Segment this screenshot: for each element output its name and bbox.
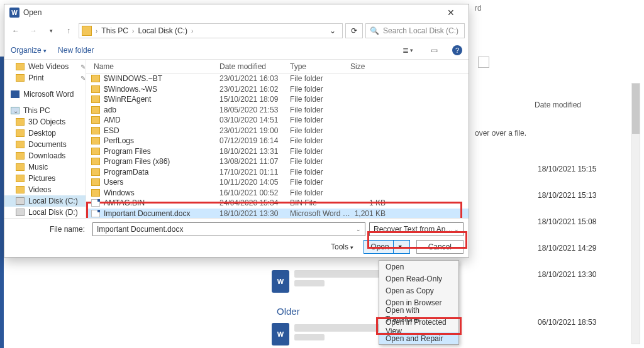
bg-redacted [294, 270, 382, 278]
file-pane: Name Date modified Type Size $WINDOWS.~B… [86, 60, 469, 218]
file-name: ProgramData [104, 168, 219, 177]
sidebar-item-thispc[interactable]: ⌄This PC [4, 105, 86, 116]
help-button[interactable]: ? [452, 45, 462, 55]
sidebar-item[interactable]: Pictures [4, 173, 86, 184]
up-button[interactable]: ↑ [61, 23, 76, 38]
folder-icon [16, 186, 25, 193]
sidebar-item-label: Local Disk (C:) [28, 197, 78, 205]
filename-value: Important Document.docx [97, 225, 183, 234]
file-date: 03/10/2020 14:51 [219, 116, 290, 124]
folder-icon [91, 158, 100, 165]
preview-pane-button[interactable]: ▭ [428, 46, 441, 55]
chevron-right-icon[interactable]: › [131, 28, 135, 35]
file-type: File folder [290, 116, 350, 124]
file-row[interactable]: $WinREAgent15/10/2021 18:09File folder [86, 94, 469, 105]
col-date[interactable]: Date modified [217, 62, 287, 71]
sidebar-item-word[interactable]: Microsoft Word [4, 89, 86, 100]
bg-dates-column: 18/10/2021 15:15 18/10/2021 15:13 18/10/… [538, 165, 596, 327]
breadcrumb[interactable]: › This PC › Local Disk (C:) › ⌄ [79, 23, 343, 38]
sidebar-item[interactable]: Music [4, 161, 86, 173]
file-row[interactable]: Important Document.docx18/10/2021 13:30M… [86, 209, 469, 219]
file-date: 24/04/2020 15:34 [219, 198, 290, 207]
bg-scrollbar[interactable] [631, 83, 640, 344]
file-row[interactable]: PerfLogs07/12/2019 16:14File folder [86, 136, 469, 146]
view-mode-button[interactable]: ≣ ▾ [399, 46, 416, 55]
folder-icon [16, 152, 25, 160]
file-type: Microsoft Word D... [290, 209, 350, 218]
file-row[interactable]: AMTAG.BIN24/04/2020 15:34BIN File1 KB [86, 198, 469, 209]
file-type: File folder [290, 188, 350, 197]
file-row[interactable]: Windows16/10/2021 00:52File folder [86, 188, 469, 198]
bg-redacted [294, 334, 325, 340]
col-size[interactable]: Size [348, 62, 383, 71]
sidebar-item-label: Downloads [28, 151, 65, 160]
chevron-right-icon[interactable]: › [94, 28, 99, 35]
search-input[interactable]: 🔍 Search Local Disk (C:) [365, 23, 465, 38]
file-name: Users [104, 178, 219, 187]
close-button[interactable]: ✕ [438, 8, 464, 18]
menu-item[interactable]: Open in Protected View [379, 320, 458, 332]
sidebar-item[interactable]: Downloads [4, 150, 86, 161]
chevron-right-icon[interactable]: › [190, 28, 194, 35]
file-row[interactable]: ProgramData17/10/2021 01:11File folder [86, 167, 469, 178]
sidebar-item[interactable]: Local Disk (D:) [4, 207, 86, 218]
file-row[interactable]: $WINDOWS.~BT23/01/2021 16:03File folder [86, 73, 469, 84]
file-size: 1,201 KB [350, 209, 386, 218]
chevron-down-icon[interactable]: ⌄ [13, 107, 18, 114]
file-row[interactable]: $Windows.~WS23/01/2021 16:02File folder [86, 84, 469, 95]
file-size: 1 KB [350, 198, 386, 207]
file-name: Program Files (x86) [104, 157, 219, 166]
file-row[interactable]: AMD03/10/2020 14:51File folder [86, 115, 469, 126]
dialog-title: Open [23, 8, 438, 17]
folder-icon [16, 118, 25, 126]
file-type-filter[interactable]: Recover Text from Any File (*.*)⌄ [369, 222, 464, 236]
dialog-footer: File name: Important Document.docx⌄ Reco… [4, 218, 469, 257]
tools-button[interactable]: Tools ▾ [331, 242, 353, 251]
filter-label: Recover Text from Any File (*.*) [374, 225, 454, 234]
bg-older-header: Older [277, 306, 300, 317]
filename-input[interactable]: Important Document.docx⌄ [92, 222, 365, 236]
col-name[interactable]: Name [91, 62, 217, 71]
file-type: File folder [290, 168, 350, 177]
back-button[interactable]: ← [8, 23, 23, 38]
sidebar-item[interactable]: Desktop [4, 128, 86, 139]
forward-button[interactable]: → [26, 23, 41, 38]
menu-item[interactable]: Open as Copy [379, 285, 458, 296]
sidebar-item[interactable]: Print✎ [4, 72, 86, 84]
bg-redacted [294, 280, 325, 286]
menu-item[interactable]: Open [379, 261, 458, 273]
recent-dropdown[interactable]: ▾ [43, 23, 58, 38]
sidebar-item[interactable]: Local Disk (C:) [4, 195, 86, 207]
file-row[interactable]: ESD23/01/2021 19:00File folder [86, 126, 469, 136]
bg-date: 18/10/2021 15:15 [538, 165, 596, 173]
sidebar-item-label: Desktop [28, 129, 56, 138]
folder-icon [91, 85, 100, 93]
file-row[interactable]: Program Files (x86)13/08/2021 11:07File … [86, 156, 469, 167]
sidebar-item[interactable]: Web Videos✎ [4, 61, 86, 72]
file-type: File folder [290, 157, 350, 166]
menu-item[interactable]: Open Read-Only [379, 273, 458, 285]
file-row[interactable]: Program Files18/10/2021 13:31File folder [86, 146, 469, 157]
bg-scrollbar-thumb[interactable] [632, 84, 640, 134]
crumb-thispc[interactable]: This PC [101, 26, 128, 35]
search-icon: 🔍 [370, 26, 379, 35]
file-date: 23/01/2021 16:03 [219, 74, 290, 83]
drive-icon [16, 197, 25, 205]
cancel-button[interactable]: Cancel [416, 240, 464, 254]
file-row[interactable]: adb18/05/2020 21:53File folder [86, 105, 469, 116]
organize-button[interactable]: Organize ▾ [11, 46, 47, 55]
sidebar-item[interactable]: Documents [4, 139, 86, 150]
open-button[interactable]: Open▼ [364, 240, 409, 254]
col-type[interactable]: Type [287, 62, 348, 71]
new-folder-button[interactable]: New folder [58, 46, 94, 55]
sidebar-item[interactable]: Videos [4, 184, 86, 195]
open-split-dropdown[interactable]: ▼ [397, 244, 403, 250]
file-name: adb [104, 106, 219, 114]
breadcrumb-dropdown-icon[interactable]: ⌄ [326, 26, 340, 35]
sidebar-item[interactable]: 3D Objects [4, 116, 86, 128]
refresh-button[interactable]: ⟳ [345, 23, 363, 38]
crumb-drive[interactable]: Local Disk (C:) [138, 26, 187, 35]
file-type: File folder [290, 106, 350, 114]
file-name: $WINDOWS.~BT [104, 74, 219, 83]
file-row[interactable]: Users10/11/2020 14:05File folder [86, 177, 469, 188]
